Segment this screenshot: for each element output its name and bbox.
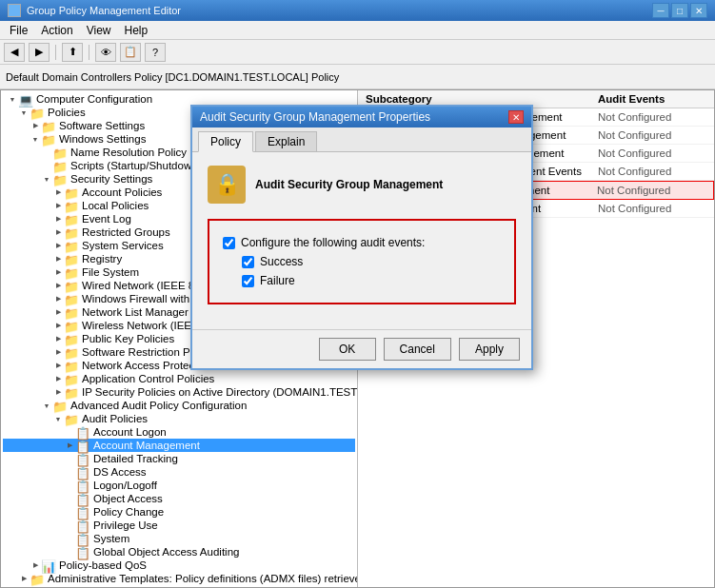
modal-close-button[interactable]: ✕ [508,110,524,124]
tree-item-app-control[interactable]: 📁 Application Control Policies [3,372,355,385]
menu-file[interactable]: File [4,22,33,39]
tree-item-advanced-audit[interactable]: 📁 Advanced Audit Policy Configuration [3,399,355,412]
tree-item-account-logon[interactable]: 📋 Account Logon [3,425,355,439]
modal-section-icon: 🔒 [208,166,246,204]
expand-icon[interactable] [52,240,64,251]
tree-item-ds-access[interactable]: 📋 DS Access [3,465,355,479]
tree-item-detailed-tracking[interactable]: 📋 Detailed Tracking [3,452,355,465]
help-button[interactable]: ? [145,43,166,62]
tree-label: Event Log [82,213,131,225]
success-checkbox-row[interactable]: Success [223,255,501,268]
audit-icon: 📋 [75,546,90,558]
tree-item-policy-qos[interactable]: 📊 Policy-based QoS [3,559,355,572]
title-bar: Group Policy Management Editor ─ □ ✕ [0,0,715,21]
row-status: Not Configured [590,147,714,159]
failure-label: Failure [260,274,295,287]
configure-checkbox[interactable] [223,237,235,249]
menu-action[interactable]: Action [35,22,78,39]
menu-view[interactable]: View [81,22,117,39]
tree-label: Scripts (Startup/Shutdown) [70,160,201,171]
row-status: Not Configured [590,166,714,177]
tree-label: Detailed Tracking [93,453,178,464]
expand-icon[interactable] [18,573,30,584]
tree-label: System [93,533,129,544]
expand-icon[interactable] [52,413,64,424]
maximize-button[interactable]: □ [671,3,688,18]
tab-policy[interactable]: Policy [198,131,253,152]
expand-icon[interactable] [52,253,64,265]
expand-icon[interactable] [52,306,64,318]
modal-check-group: Configure the following audit events: Su… [208,219,516,304]
properties-button[interactable]: 📋 [120,43,141,62]
expand-icon[interactable] [52,226,64,238]
cancel-button[interactable]: Cancel [384,338,451,361]
tree-item-policy-change[interactable]: 📋 Policy Change [3,505,355,519]
folder-icon: 📁 [52,400,68,411]
tree-label: Software Settings [59,120,145,131]
back-button[interactable]: ◀ [4,43,25,62]
expand-icon[interactable] [41,173,52,185]
window-title: Group Policy Management Editor [27,5,181,16]
lock-icon: 🔒 [214,172,240,197]
expand-icon[interactable] [30,133,41,145]
menu-help[interactable]: Help [119,22,154,39]
folder-icon: 📊 [41,559,56,571]
apply-button[interactable]: Apply [459,338,520,361]
expand-icon[interactable] [52,386,64,398]
folder-icon: 📁 [64,360,79,371]
minimize-button[interactable]: ─ [652,3,669,18]
expand-icon[interactable] [52,200,64,211]
tree-item-account-management[interactable]: 📋 Account Management [3,439,355,452]
tree-item-computer-configuration[interactable]: 💻 Computer Configuration [3,92,355,106]
modal-footer: OK Cancel Apply [192,329,531,368]
expand-icon[interactable] [52,213,64,225]
expand-icon[interactable] [52,333,64,344]
expand-icon[interactable] [30,120,41,131]
tree-label: Policy Change [93,506,164,518]
expand-icon[interactable] [52,373,64,384]
success-label: Success [260,255,303,268]
expand-icon[interactable] [52,320,64,331]
expand-icon[interactable] [52,293,64,304]
expand-icon[interactable] [64,440,75,451]
expand-icon[interactable] [52,346,64,358]
tab-explain[interactable]: Explain [255,131,317,151]
expand-icon[interactable] [52,266,64,278]
expand-icon[interactable] [41,400,52,411]
expand-icon[interactable] [52,280,64,291]
tree-label: Application Control Policies [82,373,214,384]
modal-section-title: Audit Security Group Management [255,178,443,191]
tree-item-global-object-access[interactable]: 📋 Global Object Access Auditing [3,545,355,559]
tree-item-object-access[interactable]: 📋 Object Access [3,492,355,505]
modal-dialog[interactable]: Audit Security Group Management Properti… [190,105,533,370]
row-status: Not Configured [590,111,714,123]
failure-checkbox-row[interactable]: Failure [223,274,501,287]
folder-icon: 📁 [64,213,79,225]
modal-tabs: Policy Explain [192,127,531,152]
expand-icon[interactable] [18,107,30,118]
folder-icon: 📁 [64,346,79,358]
tree-label: Advanced Audit Policy Configuration [70,400,247,411]
ok-button[interactable]: OK [319,338,376,361]
tree-item-system[interactable]: 📋 System [3,532,355,545]
tree-item-admin-templates[interactable]: 📁 Administrative Templates: Policy defin… [3,572,355,585]
forward-button[interactable]: ▶ [29,43,50,62]
audit-icon: 📋 [75,426,90,438]
tree-label: System Services [82,240,164,251]
close-button[interactable]: ✕ [690,3,707,18]
configure-checkbox-row[interactable]: Configure the following audit events: [223,236,501,249]
success-checkbox[interactable] [242,256,254,268]
up-button[interactable]: ⬆ [62,43,83,62]
failure-checkbox[interactable] [242,275,254,287]
expand-icon[interactable] [52,186,64,198]
expand-icon[interactable] [52,360,64,371]
tree-item-privilege-use[interactable]: 📋 Privilege Use [3,519,355,532]
expand-icon[interactable] [30,559,41,571]
tree-item-audit-policies[interactable]: 📁 Audit Policies [3,412,355,425]
window-controls[interactable]: ─ □ ✕ [652,3,707,18]
show-hide-button[interactable]: 👁 [95,43,116,62]
folder-icon: 📁 [30,573,45,584]
expand-icon[interactable] [7,93,18,105]
tree-item-ip-security[interactable]: 📁 IP Security Policies on Active Directo… [3,385,355,399]
tree-item-logon-logoff[interactable]: 📋 Logon/Logoff [3,479,355,492]
